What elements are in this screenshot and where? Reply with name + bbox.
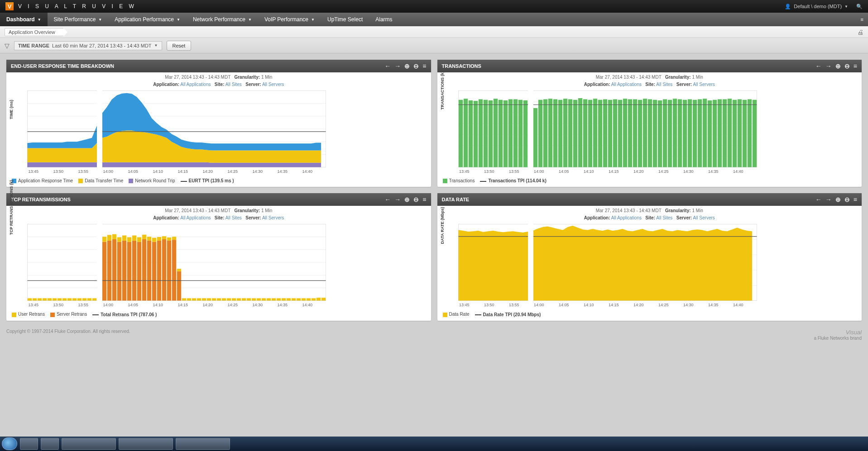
bar bbox=[43, 299, 47, 301]
arrow-left-icon[interactable]: ← bbox=[815, 62, 822, 70]
arrow-right-icon[interactable]: → bbox=[825, 62, 832, 70]
user-icon: 👤 bbox=[785, 4, 791, 9]
zoom-out-icon[interactable]: ⊖ bbox=[844, 196, 850, 203]
footer: Copyright © 1997-2014 Fluke Corporation.… bbox=[0, 327, 868, 345]
bar bbox=[302, 299, 306, 301]
zoom-in-icon[interactable]: ⊕ bbox=[835, 62, 841, 70]
zoom-in-icon[interactable]: ⊕ bbox=[835, 196, 841, 203]
x-tick: 13:45 bbox=[459, 169, 470, 174]
nav-item-application-performance[interactable]: Application Performance▼ bbox=[108, 13, 187, 26]
legend: Application Response TimeData Transfer T… bbox=[6, 176, 431, 187]
panel-menu-icon[interactable]: ≡ bbox=[422, 62, 426, 70]
bar bbox=[747, 99, 751, 167]
user-menu[interactable]: 👤 Default \ demo (MDT) ▼ bbox=[785, 4, 848, 9]
site-link[interactable]: All Sites bbox=[656, 82, 672, 87]
filter-icon[interactable]: ▽ bbox=[5, 42, 10, 49]
site-link[interactable]: All Sites bbox=[225, 82, 242, 87]
bar bbox=[588, 100, 592, 167]
series-area bbox=[27, 162, 321, 167]
legend-item: User Retrans bbox=[12, 312, 45, 317]
x-tick: 14:30 bbox=[683, 169, 694, 174]
arrow-right-icon[interactable]: → bbox=[394, 196, 401, 203]
zoom-out-icon[interactable]: ⊖ bbox=[844, 62, 850, 70]
server-link[interactable]: All Servers bbox=[693, 82, 715, 87]
application-link[interactable]: All Applications bbox=[180, 215, 211, 220]
x-tick: 14:10 bbox=[153, 303, 163, 307]
bar bbox=[662, 99, 667, 167]
bar bbox=[77, 299, 82, 301]
site-link[interactable]: All Sites bbox=[656, 215, 672, 220]
zoom-out-icon[interactable]: ⊖ bbox=[413, 196, 419, 203]
bar bbox=[137, 237, 141, 242]
bar bbox=[503, 100, 507, 167]
panel-title: TRANSACTIONS bbox=[442, 63, 481, 69]
nav-label: UpTime Select bbox=[327, 16, 363, 23]
panel-header: TCP RETRANSMISSIONS ←→⊕⊖≡ bbox=[6, 193, 431, 206]
bar bbox=[177, 269, 181, 272]
nav-item-alarms[interactable]: Alarms bbox=[369, 13, 398, 26]
arrow-left-icon[interactable]: ← bbox=[384, 196, 391, 203]
legend-item: Data Transfer Time bbox=[78, 178, 123, 183]
chevron-down-icon: ▼ bbox=[844, 5, 848, 9]
timestamp: Mar 27, 2014 13:43 - 14:43 MDT bbox=[596, 75, 662, 80]
server-link[interactable]: All Servers bbox=[262, 82, 284, 87]
nav-item-site-performance[interactable]: Site Performance▼ bbox=[48, 13, 109, 26]
chart-svg: 00.511.522.53 bbox=[27, 224, 326, 301]
x-tick: 13:50 bbox=[53, 169, 63, 174]
arrow-right-icon[interactable]: → bbox=[394, 62, 401, 70]
bar bbox=[112, 239, 116, 301]
x-tick: 14:10 bbox=[153, 169, 163, 174]
timerange-selector[interactable]: TIME RANGE Last 60 min Mar 27, 2014 13:4… bbox=[14, 41, 162, 50]
reset-button[interactable]: Reset bbox=[167, 41, 192, 51]
legend-item: Application Response Time bbox=[12, 178, 73, 183]
x-tick: 14:00 bbox=[534, 303, 544, 307]
nav-item-dashboard[interactable]: Dashboard▼ bbox=[0, 13, 48, 26]
bar bbox=[702, 99, 706, 167]
chart-area[interactable]: TRANSACTIONS (k) 020406080100120140 bbox=[458, 90, 849, 167]
nav-item-uptime-select[interactable]: UpTime Select bbox=[321, 13, 369, 26]
zoom-in-icon[interactable]: ⊕ bbox=[404, 196, 410, 203]
application-link[interactable]: All Applications bbox=[611, 82, 642, 87]
chart-area[interactable]: TCP RETRANSMISSIONS (k) 00.511.522.53 bbox=[27, 224, 418, 301]
server-link[interactable]: All Servers bbox=[262, 215, 284, 220]
arrow-right-icon[interactable]: → bbox=[825, 196, 832, 203]
search-icon[interactable]: 🔍 bbox=[856, 4, 863, 9]
x-tick: 13:50 bbox=[53, 303, 63, 307]
bar bbox=[563, 99, 567, 167]
x-tick: 14:30 bbox=[683, 303, 694, 307]
arrow-left-icon[interactable]: ← bbox=[384, 62, 391, 70]
hamburger-icon[interactable]: ≡ bbox=[856, 13, 868, 26]
bar bbox=[197, 299, 201, 301]
zoom-in-icon[interactable]: ⊕ bbox=[404, 62, 410, 70]
zoom-out-icon[interactable]: ⊖ bbox=[413, 62, 419, 70]
timerange-label: TIME RANGE bbox=[18, 43, 49, 48]
x-tick: 14:25 bbox=[227, 303, 238, 307]
bar bbox=[473, 101, 477, 167]
chart-svg: 020406080100120140 bbox=[458, 90, 757, 167]
chart-area[interactable]: DATA RATE (Mbps) 0510152025 bbox=[458, 224, 849, 301]
bar bbox=[548, 99, 552, 167]
bar bbox=[267, 299, 271, 301]
server-link[interactable]: All Servers bbox=[693, 215, 715, 220]
nav-item-voip-performance[interactable]: VoIP Performance▼ bbox=[258, 13, 321, 26]
chart-area[interactable]: TIME (ms) 050100150200250300 bbox=[27, 90, 418, 167]
panel-menu-icon[interactable]: ≡ bbox=[422, 196, 426, 203]
bar bbox=[478, 99, 482, 167]
x-tick: 14:25 bbox=[227, 169, 238, 174]
nav-item-network-performance[interactable]: Network Performance▼ bbox=[187, 13, 258, 26]
nav-label: VoIP Performance bbox=[264, 16, 308, 23]
application-link[interactable]: All Applications bbox=[180, 82, 211, 87]
bar bbox=[647, 99, 652, 167]
bar bbox=[227, 299, 231, 301]
bar bbox=[578, 98, 582, 167]
site-link[interactable]: All Sites bbox=[225, 215, 242, 220]
application-link[interactable]: All Applications bbox=[611, 215, 642, 220]
panel-menu-icon[interactable]: ≡ bbox=[854, 196, 857, 203]
arrow-left-icon[interactable]: ← bbox=[815, 196, 822, 203]
print-icon[interactable]: 🖨 bbox=[857, 28, 863, 36]
breadcrumb[interactable]: Application Overview bbox=[5, 28, 64, 36]
panel-txn: TRANSACTIONS ←→⊕⊖≡ Mar 27, 2014 13:43 - … bbox=[437, 60, 862, 187]
panel-menu-icon[interactable]: ≡ bbox=[854, 62, 857, 70]
x-tick: 14:15 bbox=[609, 303, 619, 307]
bar bbox=[122, 241, 126, 301]
